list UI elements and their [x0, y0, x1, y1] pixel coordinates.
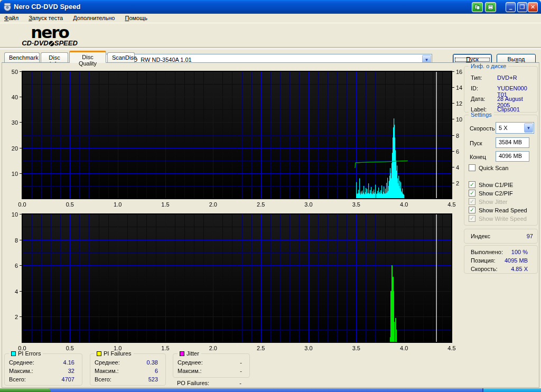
toolbar: nero CD·DVDSPEED [1:0] _NEC DVD_RW ND-35…	[0, 23, 541, 49]
minimize-button[interactable]: –	[506, 2, 516, 12]
speed-status-value: 4.85 X	[511, 266, 528, 272]
show-read-speed-label: Show Read Speed	[479, 207, 527, 213]
menu-run-test[interactable]: Запуск теста	[24, 14, 67, 21]
speed-label: Скорость	[470, 125, 495, 132]
disc-info-group: Инф. о диске Тип:DVD+R ID:YUDEN000 T01 Д…	[464, 66, 538, 113]
disc-info-title: Инф. о диске	[469, 63, 508, 69]
po-failures-row: PO Failures: -	[177, 380, 246, 387]
po-failures-label: PO Failures:	[177, 380, 209, 386]
chevron-down-icon[interactable]: ▼	[524, 123, 533, 133]
disc-type-value: DVD+R	[497, 74, 517, 81]
tab-disc-info[interactable]: Disc Info	[41, 52, 68, 63]
show-write-speed-label: Show Write Speed	[479, 216, 527, 222]
index-label: Индекс	[471, 233, 490, 239]
taskbar[interactable]	[0, 388, 541, 392]
window-title: Nero CD-DVD Speed	[14, 3, 80, 11]
app-disc-icon	[3, 3, 12, 11]
speed-select-value: 5 X	[496, 125, 524, 131]
show-c1-pie-label: Show C1/PIE	[479, 182, 513, 188]
tab-disc-quality[interactable]: Disc Quality	[69, 51, 106, 63]
menu-bar: Файл Запуск теста Дополнительно Помощь	[0, 14, 541, 23]
menu-file[interactable]: Файл	[0, 14, 23, 21]
pi-errors-group: PI Errors Среднее:4.16 Максим.:32 Всего:…	[4, 353, 82, 386]
restore-icon: ❐	[520, 4, 525, 11]
disc-type-label: Тип:	[471, 74, 482, 81]
start-menu-button[interactable]	[0, 388, 51, 392]
show-write-speed-checkbox: ✓	[469, 215, 475, 222]
title-bar: Nero CD-DVD Speed – ❐ ✕	[0, 0, 541, 14]
scan-start-field[interactable]: 3584 MB	[496, 137, 529, 148]
save-icon	[488, 4, 493, 10]
status-group: Выполнено:100 % Позиция:4095 MB Скорость…	[464, 245, 538, 274]
show-c1-pie-checkbox[interactable]: ✓	[469, 181, 475, 188]
menu-help[interactable]: Помощь	[120, 14, 152, 21]
speed-status-label: Скорость:	[471, 266, 498, 272]
settings-title: Settings	[469, 111, 494, 118]
nero-logo: nero CD·DVDSPEED	[13, 24, 87, 46]
quick-scan-label: Quick Scan	[479, 165, 508, 171]
disc-date-label: Дата:	[471, 96, 485, 102]
tab-strip: Benchmark Disc Info Disc Quality ScanDis…	[0, 51, 541, 63]
jitter-legend: Jitter	[178, 350, 201, 357]
close-icon: ✕	[530, 4, 535, 11]
taskbar-active-task[interactable]	[482, 388, 541, 392]
progress-label: Выполнено:	[471, 249, 503, 255]
quick-scan-checkbox[interactable]	[469, 164, 475, 171]
restore-button[interactable]: ❐	[517, 2, 527, 12]
pi-failures-legend: PI Failures	[95, 350, 134, 357]
pi-failures-swatch-icon	[97, 351, 101, 356]
show-c2-pif-label: Show C2/PIF	[479, 190, 513, 197]
show-jitter-label: Show Jitter	[479, 199, 507, 205]
show-jitter-checkbox: ✓	[469, 198, 475, 205]
pi-errors-swatch-icon	[11, 351, 16, 356]
copy-button[interactable]	[472, 2, 483, 12]
show-c2-pif-checkbox[interactable]: ✓	[469, 190, 475, 197]
copy-icon	[474, 4, 480, 10]
disc-glyph-icon	[49, 41, 54, 46]
jitter-group: Jitter Среднее:- Максим.:-	[173, 353, 250, 378]
jitter-swatch-icon	[180, 351, 184, 356]
pi-errors-legend: PI Errors	[9, 350, 43, 357]
menu-extra[interactable]: Дополнительно	[69, 14, 119, 21]
position-value: 4095 MB	[505, 257, 528, 264]
pi-errors-chart	[0, 63, 465, 209]
scan-start-label: Пуск	[470, 140, 482, 146]
save-button[interactable]	[485, 2, 496, 12]
tab-benchmark[interactable]: Benchmark	[4, 52, 40, 63]
show-read-speed-checkbox[interactable]: ✓	[469, 207, 475, 213]
settings-group: Settings Скорость 5 X ▼ Пуск 3584 MB Кон…	[464, 115, 538, 226]
pi-failures-chart	[0, 209, 465, 352]
scan-end-label: Конец	[470, 154, 486, 160]
po-failures-value: -	[239, 380, 241, 386]
position-label: Позиция:	[471, 257, 496, 264]
disc-label-value: Clips001	[497, 106, 520, 113]
close-button[interactable]: ✕	[528, 2, 538, 12]
scan-end-field[interactable]: 4096 MB	[496, 151, 529, 162]
index-group: Индекс 97	[464, 229, 538, 244]
speed-select[interactable]: 5 X ▼	[496, 122, 534, 134]
progress-value: 100 %	[511, 249, 528, 255]
pi-failures-group: PI Failures Среднее:0.38 Максим.:6 Всего…	[90, 353, 166, 386]
index-value: 97	[527, 233, 533, 239]
disc-id-label: ID:	[471, 85, 478, 91]
minimize-icon: –	[509, 6, 512, 12]
tab-scandisc[interactable]: ScanDisc	[107, 52, 135, 63]
